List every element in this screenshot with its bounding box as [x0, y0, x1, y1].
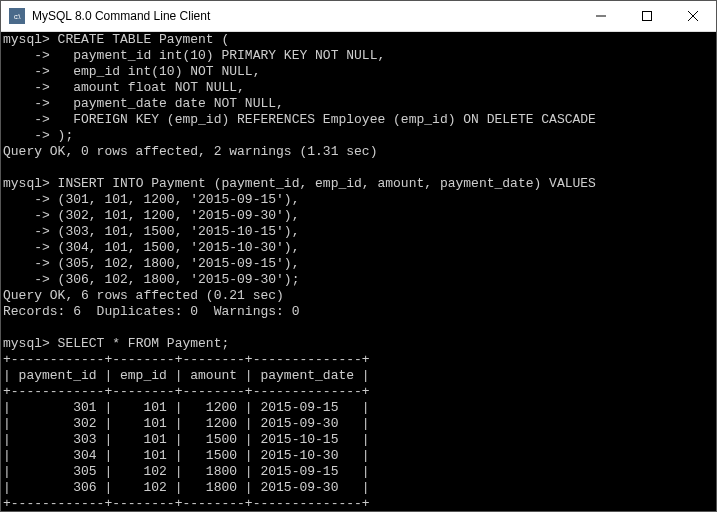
sql-insert-row: (304, 101, 1500, '2015-10-30'), — [50, 240, 300, 255]
table-border: +------------+--------+--------+--------… — [3, 496, 370, 511]
sql-insert-row: (305, 102, 1800, '2015-09-15'), — [50, 256, 300, 271]
cont-prompt: -> — [3, 80, 50, 95]
terminal-output[interactable]: mysql> CREATE TABLE Payment ( -> payment… — [1, 32, 716, 511]
table-header: | payment_id | emp_id | amount | payment… — [3, 368, 370, 383]
cont-prompt: -> — [3, 240, 50, 255]
sql-insert-row: (301, 101, 1200, '2015-09-15'), — [50, 192, 300, 207]
window-title: MySQL 8.0 Command Line Client — [32, 9, 578, 23]
minimize-button[interactable] — [578, 1, 624, 31]
cont-prompt: -> — [3, 224, 50, 239]
sql-fk-def: FOREIGN KEY (emp_id) REFERENCES Employee… — [50, 112, 596, 127]
sql-col-def: payment_date date NOT NULL, — [50, 96, 284, 111]
title-bar[interactable]: c:\ MySQL 8.0 Command Line Client — [1, 1, 716, 32]
svg-rect-1 — [643, 12, 652, 21]
window-frame: c:\ MySQL 8.0 Command Line Client mysql>… — [0, 0, 717, 512]
table-row: | 304 | 101 | 1500 | 2015-10-30 | — [3, 448, 370, 463]
cont-prompt: -> — [3, 64, 50, 79]
window-controls — [578, 1, 716, 31]
sql-close: ); — [50, 128, 73, 143]
table-row: | 301 | 101 | 1200 | 2015-09-15 | — [3, 400, 370, 415]
cont-prompt: -> — [3, 272, 50, 287]
table-row: | 303 | 101 | 1500 | 2015-10-15 | — [3, 432, 370, 447]
query-result: Query OK, 0 rows affected, 2 warnings (1… — [3, 144, 377, 159]
sql-insert-row: (302, 101, 1200, '2015-09-30'), — [50, 208, 300, 223]
sql-insert-line: INSERT INTO Payment (payment_id, emp_id,… — [50, 176, 596, 191]
sql-col-def: emp_id int(10) NOT NULL, — [50, 64, 261, 79]
sql-insert-row: (303, 101, 1500, '2015-10-15'), — [50, 224, 300, 239]
sql-col-def: amount float NOT NULL, — [50, 80, 245, 95]
prompt: mysql> — [3, 336, 50, 351]
prompt: mysql> — [3, 32, 50, 47]
app-icon-label: c:\ — [14, 13, 20, 20]
sql-insert-row: (306, 102, 1800, '2015-09-30'); — [50, 272, 300, 287]
app-icon: c:\ — [9, 8, 25, 24]
maximize-button[interactable] — [624, 1, 670, 31]
cont-prompt: -> — [3, 128, 50, 143]
prompt: mysql> — [3, 176, 50, 191]
table-row: | 302 | 101 | 1200 | 2015-09-30 | — [3, 416, 370, 431]
cont-prompt: -> — [3, 96, 50, 111]
cont-prompt: -> — [3, 256, 50, 271]
table-row: | 305 | 102 | 1800 | 2015-09-15 | — [3, 464, 370, 479]
query-result: Records: 6 Duplicates: 0 Warnings: 0 — [3, 304, 299, 319]
cont-prompt: -> — [3, 48, 50, 63]
sql-select: SELECT * FROM Payment; — [50, 336, 229, 351]
table-row: | 306 | 102 | 1800 | 2015-09-30 | — [3, 480, 370, 495]
table-border: +------------+--------+--------+--------… — [3, 352, 370, 367]
cont-prompt: -> — [3, 192, 50, 207]
close-button[interactable] — [670, 1, 716, 31]
cont-prompt: -> — [3, 208, 50, 223]
table-border: +------------+--------+--------+--------… — [3, 384, 370, 399]
sql-col-def: payment_id int(10) PRIMARY KEY NOT NULL, — [50, 48, 385, 63]
sql-create-line: CREATE TABLE Payment ( — [50, 32, 229, 47]
query-result: Query OK, 6 rows affected (0.21 sec) — [3, 288, 284, 303]
cont-prompt: -> — [3, 112, 50, 127]
